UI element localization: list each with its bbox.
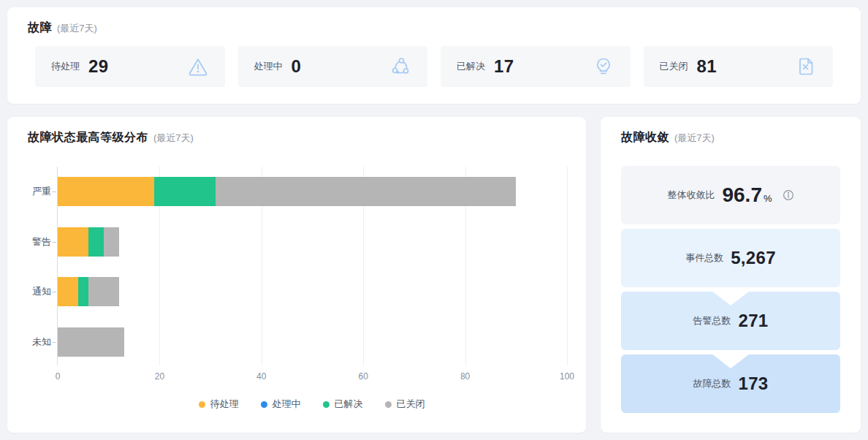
stat-closed-label: 已关闭 xyxy=(660,60,688,73)
legend-label-resolved: 已解决 xyxy=(335,398,363,411)
warning-triangle-icon xyxy=(187,56,209,77)
fault-summary-title: 故障 xyxy=(28,20,52,36)
distribution-card: 故障状态最高等级分布 (最近7天) 020406080100 待处理 处理中 已… xyxy=(7,117,586,433)
funnel-alerts-label: 告警总数 xyxy=(693,314,731,327)
bar-row-严重 xyxy=(58,177,516,206)
bar-seg-严重-已关闭 xyxy=(216,177,516,206)
bulb-check-icon xyxy=(593,56,614,77)
bar-seg-警告-已关闭 xyxy=(104,227,119,257)
legend-item-pending[interactable]: 待处理 xyxy=(199,398,239,411)
category-label-通知: 通知 xyxy=(10,285,51,298)
funnel-faults-label: 故障总数 xyxy=(693,377,731,390)
category-label-严重: 严重 xyxy=(10,185,51,198)
legend-item-processing[interactable]: 处理中 xyxy=(261,398,301,411)
category-label-警告: 警告 xyxy=(10,235,51,249)
file-close-icon xyxy=(795,56,817,77)
x-axis-tick-80: 80 xyxy=(460,371,470,382)
gridline-x-100 xyxy=(567,167,568,365)
chart-plot-area: 020406080100 xyxy=(57,167,566,365)
legend-item-resolved[interactable]: 已解决 xyxy=(323,398,363,411)
bar-seg-严重-已解决 xyxy=(154,177,216,206)
stat-pending-value: 29 xyxy=(88,56,109,77)
stacked-bar-chart: 020406080100 待处理 处理中 已解决 已关闭 严重警告通知未知 xyxy=(7,117,586,433)
fault-summary-subtitle: (最近7天) xyxy=(57,22,97,35)
convergence-card: 故障收敛 (最近7天) 整体收敛比 96.7% 事件总数 5,267 告警总数 … xyxy=(601,117,861,433)
funnel-alerts-box: 告警总数 271 xyxy=(621,292,840,350)
legend-dot-resolved xyxy=(323,401,330,408)
legend-dot-processing xyxy=(261,401,267,408)
legend-label-processing: 处理中 xyxy=(273,398,301,411)
x-axis-tick-100: 100 xyxy=(560,371,574,382)
bar-row-未知 xyxy=(58,327,124,357)
funnel-events-label: 事件总数 xyxy=(685,251,723,265)
bar-row-警告 xyxy=(58,227,119,257)
x-axis-tick-40: 40 xyxy=(256,371,266,382)
convergence-header: 故障收敛 (最近7天) xyxy=(601,117,861,145)
category-tick-警告 xyxy=(52,242,56,243)
fault-summary-header: 故障 (最近7天) xyxy=(7,7,861,36)
stat-processing: 处理中 0 xyxy=(238,46,428,87)
stat-pending-label: 待处理 xyxy=(51,60,80,73)
legend-label-closed: 已关闭 xyxy=(397,398,425,411)
info-icon[interactable] xyxy=(783,189,794,201)
processing-sync-icon xyxy=(389,56,411,77)
bar-seg-严重-待处理 xyxy=(58,177,154,206)
x-axis-tick-0: 0 xyxy=(56,371,61,382)
stat-processing-label: 处理中 xyxy=(254,60,283,73)
legend-label-pending: 待处理 xyxy=(210,398,239,411)
convergence-subtitle: (最近7天) xyxy=(674,132,715,145)
funnel-alerts-value: 271 xyxy=(739,311,769,331)
overall-ratio-unit: % xyxy=(764,193,772,204)
category-tick-未知 xyxy=(52,342,56,343)
stat-resolved: 已解决 17 xyxy=(441,46,631,87)
funnel-faults-box: 故障总数 173 xyxy=(621,354,840,413)
overall-ratio-label: 整体收敛比 xyxy=(667,189,715,202)
x-axis-tick-60: 60 xyxy=(359,371,368,382)
x-axis-tick-20: 20 xyxy=(155,371,164,382)
stat-processing-value: 0 xyxy=(292,56,302,77)
chart-legend: 待处理 处理中 已解决 已关闭 xyxy=(57,398,566,411)
stat-pending: 待处理 29 xyxy=(35,46,225,87)
bar-seg-通知-已解决 xyxy=(78,277,88,306)
bar-seg-警告-待处理 xyxy=(58,227,88,257)
funnel-events-value: 5,267 xyxy=(731,248,776,268)
fault-stats-row: 待处理 29 处理中 0 xyxy=(35,46,833,87)
overall-ratio-value: 96.7 xyxy=(722,183,762,206)
funnel-faults-value: 173 xyxy=(739,373,769,394)
legend-dot-closed xyxy=(385,401,392,408)
legend-item-closed[interactable]: 已关闭 xyxy=(385,398,425,411)
category-tick-通知 xyxy=(52,292,56,292)
bar-seg-未知-已关闭 xyxy=(58,327,124,357)
category-tick-严重 xyxy=(52,191,56,192)
stat-resolved-label: 已解决 xyxy=(457,60,485,73)
category-label-未知: 未知 xyxy=(10,335,51,349)
stat-closed-value: 81 xyxy=(697,56,717,77)
bar-seg-警告-已解决 xyxy=(88,227,104,257)
stat-closed: 已关闭 81 xyxy=(644,46,834,87)
convergence-title: 故障收敛 xyxy=(621,130,669,145)
bar-seg-通知-已关闭 xyxy=(88,277,119,306)
stat-resolved-value: 17 xyxy=(494,56,514,77)
bar-row-通知 xyxy=(58,277,119,306)
funnel-events-box: 事件总数 5,267 xyxy=(621,229,840,287)
bar-seg-通知-待处理 xyxy=(58,277,78,306)
legend-dot-pending xyxy=(199,401,205,408)
fault-summary-card: 故障 (最近7天) 待处理 29 处理中 0 xyxy=(7,7,861,104)
convergence-funnel: 整体收敛比 96.7% 事件总数 5,267 告警总数 271 故障总数 173 xyxy=(621,166,840,417)
overall-ratio-box: 整体收敛比 96.7% xyxy=(621,166,840,224)
